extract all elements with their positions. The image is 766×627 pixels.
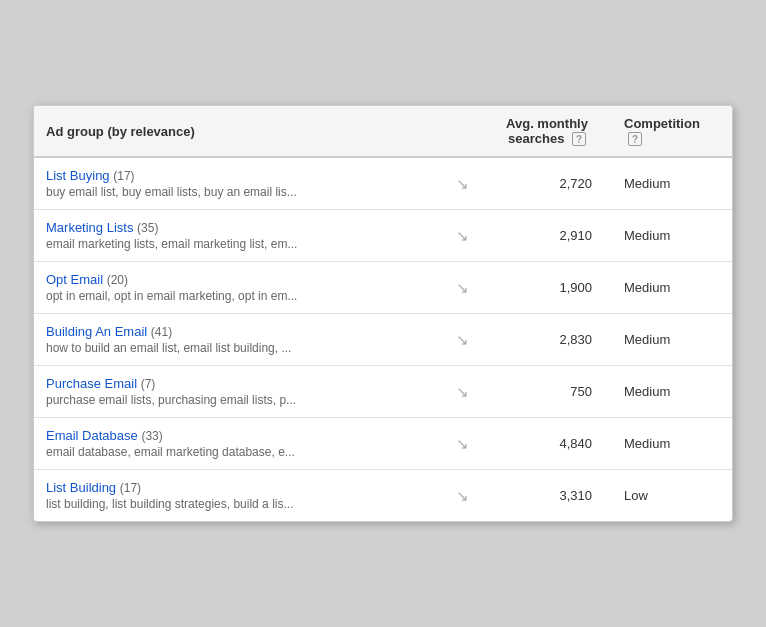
table-row: Building An Email (41) how to build an e… [34,314,732,366]
adgroup-title-link[interactable]: Marketing Lists [46,220,133,235]
adgroup-title-link[interactable]: Building An Email [46,324,147,339]
competition-help-icon[interactable]: ? [628,132,642,146]
trend-icon-cell: ↘︎ [442,157,482,210]
trend-chart-icon: ↘︎ [456,331,469,348]
adgroup-title-link[interactable]: Email Database [46,428,138,443]
competition-cell: Low [612,470,732,522]
adgroup-keywords: list building, list building strategies,… [46,497,430,511]
adgroup-cell: Email Database (33) email database, emai… [34,418,442,470]
searches-column-header: Avg. monthly searches ? [482,106,612,158]
adgroup-title-link[interactable]: List Buying [46,168,110,183]
adgroup-count: (17) [120,481,141,495]
trend-chart-icon: ↘︎ [456,175,469,192]
adgroup-count: (41) [151,325,172,339]
searches-cell: 1,900 [482,262,612,314]
table-row: Email Database (33) email database, emai… [34,418,732,470]
trend-chart-icon: ↘︎ [456,487,469,504]
searches-cell: 2,830 [482,314,612,366]
adgroup-cell: Opt Email (20) opt in email, opt in emai… [34,262,442,314]
adgroup-count: (7) [141,377,156,391]
trend-icon-cell: ↘︎ [442,210,482,262]
table-row: Marketing Lists (35) email marketing lis… [34,210,732,262]
trend-chart-icon: ↘︎ [456,227,469,244]
adgroup-count: (20) [107,273,128,287]
competition-cell: Medium [612,418,732,470]
trend-icon-cell: ↘︎ [442,314,482,366]
adgroup-count: (35) [137,221,158,235]
trend-chart-icon: ↘︎ [456,279,469,296]
trend-icon-cell: ↘︎ [442,418,482,470]
competition-cell: Medium [612,366,732,418]
adgroup-count: (17) [113,169,134,183]
trend-icon-cell: ↘︎ [442,262,482,314]
searches-cell: 3,310 [482,470,612,522]
adgroup-cell: Building An Email (41) how to build an e… [34,314,442,366]
adgroup-title-link[interactable]: List Building [46,480,116,495]
competition-cell: Medium [612,157,732,210]
competition-column-header: Competition ? [612,106,732,158]
adgroup-keywords: how to build an email list, email list b… [46,341,430,355]
searches-cell: 750 [482,366,612,418]
trend-chart-icon: ↘︎ [456,383,469,400]
trend-icon-cell: ↘︎ [442,470,482,522]
trend-column-header [442,106,482,158]
trend-chart-icon: ↘︎ [456,435,469,452]
competition-cell: Medium [612,314,732,366]
ad-groups-table-container: Ad group (by relevance) Avg. monthly sea… [33,105,733,523]
searches-cell: 2,720 [482,157,612,210]
adgroup-title-link[interactable]: Purchase Email [46,376,137,391]
trend-icon-cell: ↘︎ [442,366,482,418]
adgroup-keywords: email marketing lists, email marketing l… [46,237,430,251]
table-header-row: Ad group (by relevance) Avg. monthly sea… [34,106,732,158]
competition-cell: Medium [612,210,732,262]
searches-help-icon[interactable]: ? [572,132,586,146]
searches-cell: 4,840 [482,418,612,470]
competition-cell: Medium [612,262,732,314]
adgroup-keywords: purchase email lists, purchasing email l… [46,393,430,407]
table-row: Opt Email (20) opt in email, opt in emai… [34,262,732,314]
adgroup-column-header: Ad group (by relevance) [34,106,442,158]
ad-groups-table: Ad group (by relevance) Avg. monthly sea… [34,106,732,522]
table-row: Purchase Email (7) purchase email lists,… [34,366,732,418]
table-row: List Buying (17) buy email list, buy ema… [34,157,732,210]
adgroup-cell: Marketing Lists (35) email marketing lis… [34,210,442,262]
adgroup-keywords: buy email list, buy email lists, buy an … [46,185,430,199]
adgroup-count: (33) [141,429,162,443]
adgroup-cell: List Buying (17) buy email list, buy ema… [34,157,442,210]
table-row: List Building (17) list building, list b… [34,470,732,522]
adgroup-keywords: email database, email marketing database… [46,445,430,459]
searches-cell: 2,910 [482,210,612,262]
adgroup-cell: List Building (17) list building, list b… [34,470,442,522]
adgroup-keywords: opt in email, opt in email marketing, op… [46,289,430,303]
adgroup-cell: Purchase Email (7) purchase email lists,… [34,366,442,418]
adgroup-title-link[interactable]: Opt Email [46,272,103,287]
